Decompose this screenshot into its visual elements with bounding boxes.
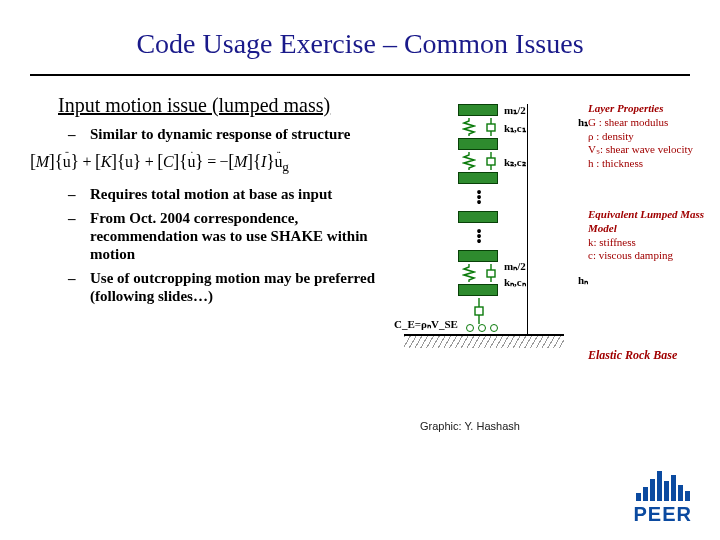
lumped-mass-diagram: m₁/2 k₁,c₁ h₁ k₂,c₂ ••• ••• mₙ/2 [396, 98, 706, 378]
layer-prop-line: Vₛ: shear wave velocity [588, 143, 693, 157]
equation: [M]{u} + [K]{u} + [C]{u} = −[M]{I}ug [30, 151, 378, 175]
roller-icon [490, 324, 498, 332]
kc-label: k₁,c₁ [504, 122, 526, 135]
bullet-item: Use of outcropping motion may be preferr… [86, 269, 378, 305]
section-subhead: Input motion issue (lumped mass) [58, 94, 378, 117]
svg-rect-7 [487, 270, 495, 277]
spring-icon [462, 264, 476, 282]
spring-icon [462, 118, 476, 136]
peer-logo: PEER [634, 469, 692, 526]
ce-label: C_E=ρₙV_SE [394, 318, 458, 331]
svg-rect-1 [487, 124, 495, 131]
layer-prop-line: G : shear modulus [588, 116, 693, 130]
mass-block [458, 211, 498, 223]
logo-text: PEER [634, 503, 692, 526]
bullet-list-2: Requires total motion at base as input F… [58, 185, 378, 305]
ground [396, 334, 572, 364]
graphic-credit: Graphic: Y. Hashash [420, 420, 520, 432]
h-label: h₁ [578, 116, 588, 129]
elastic-rock-base-label: Elastic Rock Base [588, 348, 677, 363]
logo-bars-icon [634, 469, 692, 501]
bullet-item: Similar to dynamic response of structure [86, 125, 378, 143]
ellipsis-dots: ••• [474, 229, 484, 244]
ellipsis-dots: ••• [474, 190, 484, 205]
damper-icon [484, 264, 498, 282]
damper-icon [472, 298, 486, 316]
kc-label: kₙ,cₙ [504, 276, 526, 289]
damper-icon [484, 118, 498, 136]
roller-icon [466, 324, 474, 332]
svg-rect-10 [475, 307, 483, 315]
mass-block [458, 250, 498, 262]
spring-icon [462, 152, 476, 170]
ground-hatch [404, 336, 564, 348]
bullet-item: From Oct. 2004 correspondence, recommend… [86, 209, 378, 263]
roller-icon [478, 324, 486, 332]
svg-rect-4 [487, 158, 495, 165]
lumped-prop-line: c: viscous damping [588, 249, 706, 263]
layer-prop-line: ρ : density [588, 130, 693, 144]
content-row: Input motion issue (lumped mass) Similar… [0, 76, 720, 378]
mass-block [458, 104, 498, 116]
mass-block [458, 138, 498, 150]
bullet-item: Requires total motion at base as input [86, 185, 378, 203]
lumped-props-header: Equivalent Lumped Mass Model [588, 208, 706, 236]
rollers [466, 324, 498, 332]
mass-block [458, 284, 498, 296]
layer-properties: Layer Properties G : shear modulus ρ : d… [588, 102, 693, 171]
lumped-prop-line: k: stiffness [588, 236, 706, 250]
base-damper [456, 296, 524, 326]
kc-label: k₂,c₂ [504, 156, 526, 169]
layer-props-header: Layer Properties [588, 102, 693, 116]
mass-block [458, 172, 498, 184]
mass-stack: m₁/2 k₁,c₁ h₁ k₂,c₂ ••• ••• mₙ/2 [432, 104, 524, 326]
damper-icon [484, 152, 498, 170]
lumped-model-props: Equivalent Lumped Mass Model k: stiffnes… [588, 208, 706, 263]
h-label: hₙ [578, 274, 588, 287]
bullet-list: Similar to dynamic response of structure [58, 125, 378, 143]
layer-prop-line: h : thickness [588, 157, 693, 171]
left-column: Input motion issue (lumped mass) Similar… [58, 94, 378, 378]
right-column: m₁/2 k₁,c₁ h₁ k₂,c₂ ••• ••• mₙ/2 [396, 94, 706, 378]
height-axis [527, 104, 528, 334]
slide-title: Code Usage Exercise – Common Issues [0, 0, 720, 70]
